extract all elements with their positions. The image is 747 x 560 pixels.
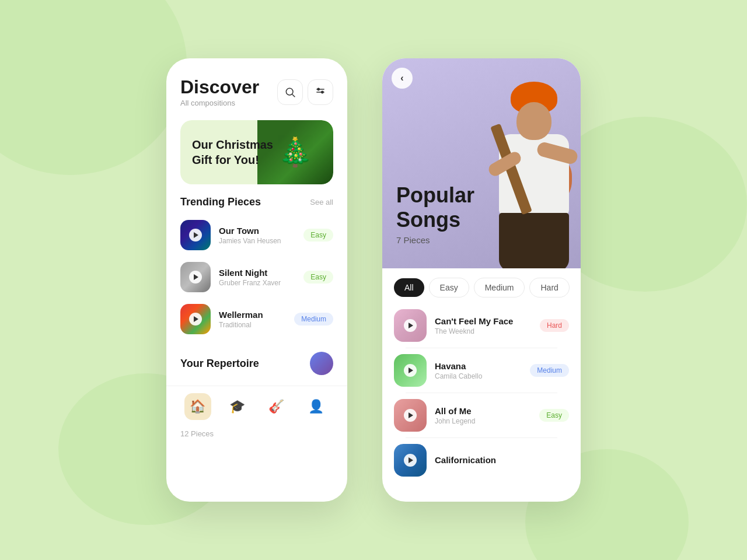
difficulty-badge-our-town: Easy xyxy=(303,229,333,242)
song-info-wellerman: Wellerman Traditional xyxy=(219,310,286,329)
nav-item-practice[interactable]: 🎸 xyxy=(263,393,290,420)
song-artist-our-town: Jamies Van Heusen xyxy=(219,237,295,245)
filter-tab-hard[interactable]: Hard xyxy=(529,278,569,298)
song-info-silent-night: Silent Night Gruber Franz Xaver xyxy=(219,268,295,287)
right-phone: ‹ PopularSongs 7 Pieces All Easy Medium … xyxy=(382,58,581,502)
repertoire-title: Your Repertoire xyxy=(180,358,259,370)
discover-subtitle: All compositions xyxy=(180,99,259,107)
right-info-californication: Californication xyxy=(435,455,569,466)
repertoire-count: 12 Pieces xyxy=(180,429,214,438)
nav-learn-wrap: 🎓 xyxy=(224,393,250,420)
christmas-banner-text: Our Christmas Gift for You! xyxy=(180,128,285,177)
right-name-californication: Californication xyxy=(435,455,569,465)
song-info-our-town: Our Town Jamies Van Heusen xyxy=(219,226,295,245)
play-triangle-2 xyxy=(194,274,198,280)
play-tri-4 xyxy=(409,457,413,463)
right-name-havana: Havana xyxy=(435,361,522,371)
right-thumb-cant-feel xyxy=(394,309,427,342)
profile-icon: 👤 xyxy=(308,399,324,414)
svg-line-1 xyxy=(292,94,295,97)
svg-point-4 xyxy=(317,88,319,90)
song-item-wellerman[interactable]: Wellerman Traditional Medium xyxy=(166,298,347,340)
search-button[interactable] xyxy=(277,79,303,105)
play-btn-wellerman xyxy=(189,313,202,326)
play-btn-all-of-me xyxy=(404,409,417,422)
play-triangle-1 xyxy=(194,232,198,238)
repertoire-section-header: Your Repertoire xyxy=(166,340,347,381)
song-thumb-silent-night xyxy=(180,262,211,292)
pants xyxy=(499,213,569,268)
nav-item-profile[interactable]: 👤 xyxy=(302,393,329,420)
nav-home-wrap: 🏠 xyxy=(184,393,211,420)
right-song-californication[interactable]: Californication xyxy=(392,438,571,482)
difficulty-badge-wellerman: Medium xyxy=(294,313,333,326)
song-name-our-town: Our Town xyxy=(219,226,295,236)
nav-item-learn[interactable]: 🎓 xyxy=(224,393,250,420)
nav-item-home[interactable]: 🏠 xyxy=(184,393,211,420)
christmas-banner[interactable]: Our Christmas Gift for You! 🎄 xyxy=(180,120,333,184)
left-phone: Discover All compositions xyxy=(166,58,347,502)
song-item-our-town[interactable]: Our Town Jamies Van Heusen Easy xyxy=(166,214,347,256)
search-icon xyxy=(284,86,296,98)
badge-all-of-me: Easy xyxy=(539,409,569,422)
right-artist-havana: Camila Cabello xyxy=(435,372,522,380)
trending-section-header: Trending Pieces See all xyxy=(166,184,347,214)
home-icon: 🏠 xyxy=(190,399,205,414)
right-thumb-havana xyxy=(394,354,427,387)
discover-header: Discover All compositions xyxy=(166,58,347,112)
play-tri-3 xyxy=(409,412,413,418)
song-name-wellerman: Wellerman xyxy=(219,310,286,320)
right-artist-cant-feel: The Weeknd xyxy=(435,327,532,335)
play-tri-1 xyxy=(409,323,413,328)
right-name-cant-feel: Can't Feel My Face xyxy=(435,316,532,326)
play-btn-havana xyxy=(404,364,417,377)
play-triangle-3 xyxy=(194,316,198,322)
head xyxy=(516,102,551,140)
discover-title-group: Discover All compositions xyxy=(180,77,259,107)
song-artist-wellerman: Traditional xyxy=(219,321,286,329)
right-info-cant-feel: Can't Feel My Face The Weeknd xyxy=(435,316,532,335)
filter-tab-medium[interactable]: Medium xyxy=(474,278,525,298)
right-thumb-californication xyxy=(394,444,427,477)
hero-section: ‹ PopularSongs 7 Pieces xyxy=(382,58,581,268)
nav-practice-wrap: 🎸 xyxy=(263,393,290,420)
trending-title: Trending Pieces xyxy=(180,196,261,208)
back-button[interactable]: ‹ xyxy=(392,68,413,89)
filter-tabs: All Easy Medium Hard xyxy=(382,268,581,303)
right-info-all-of-me: All of Me John Legend xyxy=(435,406,531,425)
svg-point-0 xyxy=(286,88,293,95)
nav-profile-wrap: 👤 xyxy=(302,393,329,420)
filter-button[interactable] xyxy=(308,79,333,105)
filter-tab-easy[interactable]: Easy xyxy=(429,278,469,298)
bottom-nav: 🏠 🎓 🎸 👤 xyxy=(166,386,347,427)
song-item-silent-night[interactable]: Silent Night Gruber Franz Xaver Easy xyxy=(166,256,347,298)
right-song-cant-feel[interactable]: Can't Feel My Face The Weeknd Hard xyxy=(392,303,571,348)
see-all-trending[interactable]: See all xyxy=(310,198,333,206)
hero-title: PopularSongs xyxy=(396,183,474,232)
play-btn-silent-night xyxy=(189,271,202,284)
phones-container: Discover All compositions xyxy=(0,0,747,560)
song-thumb-our-town xyxy=(180,220,211,250)
song-name-silent-night: Silent Night xyxy=(219,268,295,278)
right-artist-all-of-me: John Legend xyxy=(435,417,531,425)
play-btn-californication xyxy=(404,454,417,467)
play-btn-cant-feel xyxy=(404,319,417,332)
hero-pieces: 7 Pieces xyxy=(396,235,474,245)
play-tri-2 xyxy=(409,368,413,373)
right-name-all-of-me: All of Me xyxy=(435,406,531,416)
filter-tab-all[interactable]: All xyxy=(394,278,424,297)
back-icon: ‹ xyxy=(400,73,403,83)
play-btn-our-town xyxy=(189,229,202,242)
repertoire-count-section: 12 Pieces xyxy=(166,427,347,443)
filter-icon xyxy=(315,86,326,98)
right-song-all-of-me[interactable]: All of Me John Legend Easy xyxy=(392,393,571,438)
song-artist-silent-night: Gruber Franz Xaver xyxy=(219,279,295,287)
song-thumb-wellerman xyxy=(180,304,211,334)
header-buttons xyxy=(277,79,333,105)
badge-havana: Medium xyxy=(530,364,569,377)
svg-point-5 xyxy=(322,91,323,93)
right-song-havana[interactable]: Havana Camila Cabello Medium xyxy=(392,348,571,393)
difficulty-badge-silent-night: Easy xyxy=(303,271,333,284)
hero-text: PopularSongs 7 Pieces xyxy=(396,183,474,245)
right-song-list: Can't Feel My Face The Weeknd Hard Havan… xyxy=(382,303,581,482)
